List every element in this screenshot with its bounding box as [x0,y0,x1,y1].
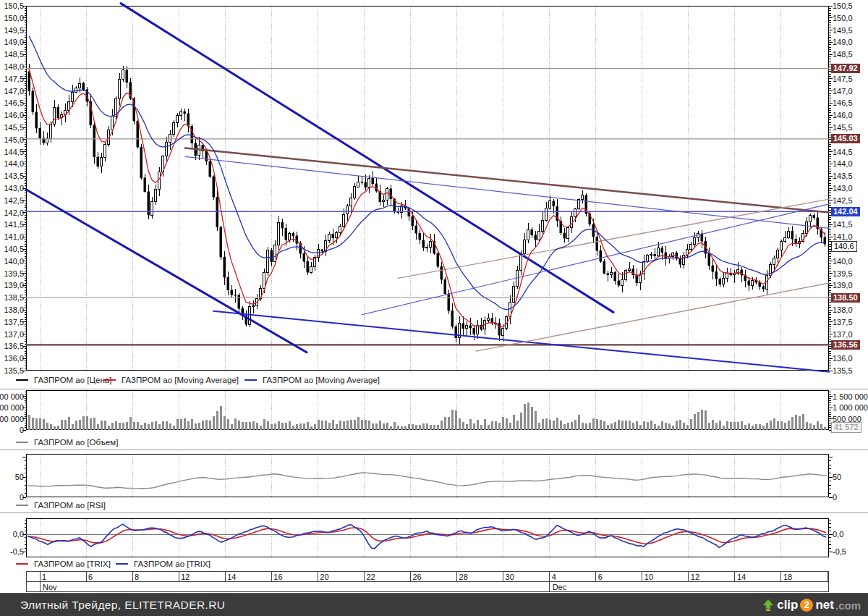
price-tick-label-left: 137,5 [4,318,24,326]
price-tick-label-right: 148,5 [833,50,853,59]
price-tick-label-right: 150,0 [833,14,853,22]
logo-com-text: .com [835,599,861,612]
price-mark-14204: 142.04 [831,207,860,216]
price-mark-1406: 140,6 [831,241,857,252]
price-tick-label-right: 146,5 [833,98,853,107]
price-mark-13656: 136.56 [831,340,860,350]
volume-bars [28,402,826,430]
volume-tick-label-right: 1 000 000 [833,403,868,412]
date-cell-label: 20 [320,573,328,581]
date-cell-label: 18 [783,573,792,581]
price-tick-label-right: 139,5 [833,269,853,278]
logo-clip-text: clip [777,598,798,612]
logo-net-text: net [815,598,834,612]
rsi-tick-label-right: 0 [833,493,837,502]
price-tick-label-left: 147,0 [4,87,24,96]
date-cell-label: 14 [737,573,746,581]
price-tick-label-left: 144,5 [4,148,24,156]
trix-tick-label-right: -0,5 [833,547,846,556]
price-mark-14792: 147.92 [831,64,860,73]
price-tick-label-right: 150,5 [833,1,853,10]
volume-line-swatch [16,442,28,443]
legend-trix-blue: ГАЗПРОМ ао [TRIX] [116,559,210,569]
price-tick-label-left: 144,0 [4,159,24,168]
date-cell-label: 12 [691,573,699,581]
legend-ma-blue: ГАЗПРОМ ао [Moving Average] [244,375,380,385]
price-tick-label-right: 138,0 [833,305,853,314]
price-tick-label-left: 139,5 [4,269,24,278]
watermark-text: Элитный Трейдер, ELITETRADER.RU [20,599,225,612]
volume-tick-label-left: 1 000 000 [0,403,24,412]
date-cell-label: 22 [366,573,375,581]
price-mark-13850: 138.50 [831,293,860,303]
date-cell-label: 8 [135,573,139,581]
price-tick-label-left: 148,5 [4,50,24,59]
price-tick-label-right: 146,0 [833,111,853,119]
date-cell-label: 6 [598,573,603,581]
price-tick-label-right: 145,5 [833,123,853,132]
volume-last-value-box: 41 572 [831,422,861,433]
legend-price: ГАЗПРОМ ао [Цена] [16,375,111,385]
price-tick-label-left: 140,5 [4,245,24,253]
price-tick-label-left: 136,0 [4,354,24,363]
price-tick-label-right: 135,5 [833,366,853,375]
price-tick-label-left: 145,0 [4,135,24,144]
moving-averages [29,36,825,327]
price-tick-label-right: 141,5 [833,220,853,229]
date-axis [27,571,829,592]
legend-rsi-label: ГАЗПРОМ ао [RSI] [34,501,106,510]
price-tick-label-left: 143,5 [4,172,24,180]
legend-ma-red: ГАЗПРОМ ао [Moving Average] [103,375,239,385]
trend-lines [26,4,829,372]
legend-ma-blue-label: ГАЗПРОМ ао [Moving Average] [263,376,380,384]
price-tick-label-left: 141,0 [4,232,24,241]
watermark-bar: Элитный Трейдер, ELITETRADER.RU clip 2 n… [0,593,868,616]
price-tick-label-left: 148,0 [4,62,24,71]
date-cell-label: 6 [88,573,93,581]
price-tick-label-left: 147,5 [4,75,24,83]
price-tick-label-left: 145,5 [4,123,24,132]
legend-volume-label: ГАЗПРОМ ао [Объем] [34,438,118,447]
price-tick-label-left: 149,0 [4,38,24,46]
price-tick-label-right: 136,0 [833,354,853,363]
price-tick-label-left: 137,0 [4,330,24,339]
price-tick-label-right: 143,5 [833,172,853,180]
date-cell-label: 10 [644,573,653,581]
legend-price-label: ГАЗПРОМ ао [Цена] [34,376,111,384]
price-tick-label-right: 144,5 [833,148,853,156]
clip2net-arrow-icon [761,598,775,612]
date-cell-label: 30 [506,573,514,581]
rsi-tick-label-left: 50 [15,473,24,481]
price-tick-label-left: 150,0 [4,14,24,22]
trading-terminal-screenshot: 16812141620222628304610121418NovDec150,5… [0,0,868,616]
price-tick-label-right: 147,0 [833,87,853,96]
trix-tick-label-left: -0,5 [10,547,24,556]
price-tick-label-left: 141,5 [4,220,24,229]
price-tick-label-left: 143,0 [4,184,24,193]
month-label: Nov [43,583,57,591]
price-tick-label-left: 146,5 [4,98,24,107]
price-tick-label-left: 140,0 [4,257,24,266]
legend-volume: ГАЗПРОМ ао [Объем] [16,437,118,447]
trix-lines [26,524,829,549]
price-tick-label-left: 138,5 [4,293,24,302]
price-line-swatch [16,379,28,381]
price-tick-label-left: 150,5 [4,1,24,10]
volume-tick-label-right: 1 500 000 [833,392,868,401]
ma-red-line-swatch [103,379,116,381]
price-tick-label-right: 141,0 [833,232,853,241]
price-tick-label-left: 146,0 [4,111,24,119]
price-tick-label-right: 137,0 [833,330,853,339]
legend-ma-red-label: ГАЗПРОМ ао [Moving Average] [122,376,239,384]
date-cell-label: 26 [412,573,421,581]
price-tick-label-right: 144,0 [833,159,853,168]
clip2net-logo: clip 2 net .com [761,598,861,612]
trix-tick-label-right: 0,0 [833,530,843,539]
month-label: Dec [553,583,567,591]
trix-tick-label-left: 0,0 [13,530,24,539]
rsi-tick-label-right: 50 [833,473,841,481]
trix-blue-line-swatch [116,563,128,565]
legend-trix-red-label: ГАЗПРОМ ао [TRIX] [34,560,111,568]
price-tick-label-right: 139,0 [833,281,853,290]
volume-tick-label-left: 0 [20,426,24,434]
